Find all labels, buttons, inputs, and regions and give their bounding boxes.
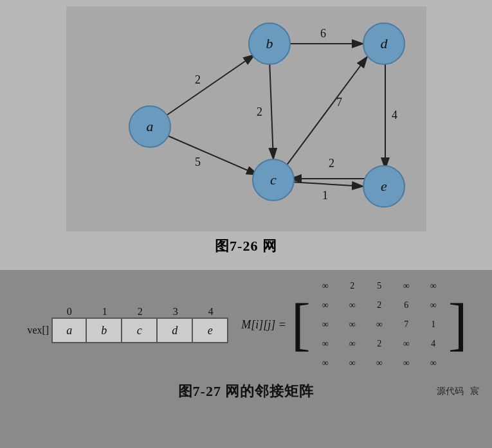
m-0-2: 5 (366, 281, 393, 291)
m-1-3: 6 (393, 300, 420, 310)
m-4-3: ∞ (393, 358, 420, 368)
m-2-4: 1 (420, 319, 447, 330)
graph-container: 2 5 2 6 7 1 4 2 a (66, 6, 426, 231)
m-3-2: 2 (366, 339, 393, 349)
vex-cells: a b c d e (51, 318, 228, 343)
vex-cell-2: c (122, 318, 158, 343)
m-2-1: ∞ (339, 319, 366, 330)
m-2-3: 7 (393, 319, 420, 330)
matrix-equation: M[i][j] = [ ∞ 2 5 ∞ ∞ ∞ ∞ 2 6 ∞ ∞ (241, 276, 468, 373)
m-3-3: ∞ (393, 339, 420, 349)
matrix-section: 0 1 2 3 4 vex[] a b c d e M[i][j] = (0, 270, 492, 448)
vex-index-3: 3 (158, 306, 193, 318)
svg-text:7: 7 (336, 96, 342, 109)
svg-line-3 (166, 135, 258, 175)
svg-text:1: 1 (322, 189, 328, 202)
m-1-1: ∞ (339, 300, 366, 310)
m-4-4: ∞ (420, 358, 447, 368)
svg-line-5 (269, 59, 273, 159)
graph-section: 2 5 2 6 7 1 4 2 a (0, 0, 492, 270)
version-label: 宸 (470, 386, 479, 397)
svg-text:e: e (381, 178, 387, 194)
matrix-grid: ∞ 2 5 ∞ ∞ ∞ ∞ 2 6 ∞ ∞ ∞ ∞ 7 1 (312, 276, 447, 373)
svg-line-11 (290, 182, 363, 186)
m-1-0: ∞ (312, 300, 339, 310)
m-1-4: ∞ (420, 300, 447, 310)
vex-index-2: 2 (122, 306, 158, 318)
left-bracket: [ (291, 276, 311, 373)
m-4-0: ∞ (312, 358, 339, 368)
m-3-0: ∞ (312, 339, 339, 349)
svg-line-1 (166, 55, 255, 116)
svg-text:b: b (266, 35, 273, 51)
matrix-label: M[i][j] = (241, 318, 286, 332)
vex-index-0: 0 (51, 306, 87, 318)
svg-line-9 (286, 57, 367, 166)
m-0-3: ∞ (393, 281, 420, 291)
vex-cell-4: e (193, 318, 228, 343)
matrix-content: 0 1 2 3 4 vex[] a b c d e M[i][j] = (24, 276, 468, 373)
source-code-label[interactable]: 源代码 (437, 386, 464, 397)
m-2-0: ∞ (312, 319, 339, 330)
right-bracket: ] (448, 276, 468, 373)
graph-svg: 2 5 2 6 7 1 4 2 a (66, 6, 426, 231)
svg-text:2: 2 (257, 105, 262, 118)
matrix-brackets: [ ∞ 2 5 ∞ ∞ ∞ ∞ 2 6 ∞ ∞ ∞ ∞ (291, 276, 468, 373)
svg-text:4: 4 (392, 109, 397, 121)
m-3-1: ∞ (339, 339, 366, 349)
bottom-caption: 图7-27 网的邻接矩阵 源代码 宸 (0, 378, 492, 405)
m-4-1: ∞ (339, 358, 366, 368)
svg-text:2: 2 (195, 73, 201, 86)
m-0-4: ∞ (420, 281, 447, 291)
caption-right: 源代码 宸 (437, 386, 479, 397)
svg-text:6: 6 (320, 27, 326, 40)
svg-text:a: a (146, 118, 153, 134)
vex-index-4: 4 (193, 306, 228, 318)
vex-indices: 0 1 2 3 4 (51, 306, 228, 318)
svg-text:5: 5 (195, 156, 201, 168)
vex-table-container: 0 1 2 3 4 vex[] a b c d e (24, 306, 228, 343)
caption-title: 图7-27 网的邻接矩阵 (178, 382, 314, 401)
graph-title: 图7-26 网 (215, 237, 277, 256)
vex-cell-3: d (158, 318, 193, 343)
m-0-1: 2 (339, 281, 366, 291)
m-1-2: 2 (366, 300, 393, 310)
vex-label: vex[] (24, 325, 51, 336)
svg-text:2: 2 (329, 157, 334, 170)
vex-cell-0: a (51, 318, 87, 343)
svg-text:d: d (380, 35, 388, 51)
m-3-4: 4 (420, 339, 447, 349)
vex-row: vex[] a b c d e (24, 318, 228, 343)
m-2-2: ∞ (366, 319, 393, 330)
m-4-2: ∞ (366, 358, 393, 368)
vex-index-1: 1 (87, 306, 122, 318)
svg-text:c: c (270, 172, 277, 188)
vex-cell-1: b (87, 318, 122, 343)
m-0-0: ∞ (312, 281, 339, 291)
